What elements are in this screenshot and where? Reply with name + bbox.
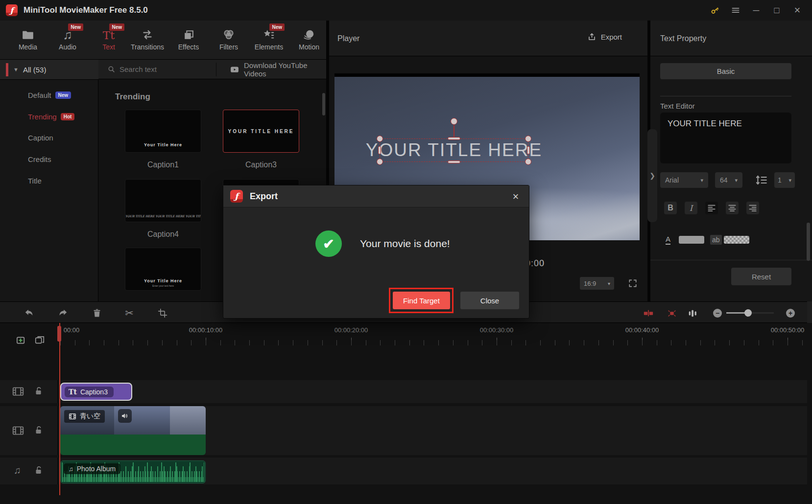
timeline-clip-caption[interactable]: Tt Caption3 xyxy=(60,383,132,401)
unlock-icon[interactable] xyxy=(33,465,44,476)
resize-handle-ne[interactable] xyxy=(525,136,531,142)
rotate-handle[interactable] xyxy=(451,118,457,125)
align-right-button[interactable] xyxy=(746,202,759,214)
sidebar-item-title[interactable]: Title xyxy=(0,173,98,188)
font-family-dropdown[interactable]: Arial▾ xyxy=(660,172,708,188)
text-editor-input[interactable]: YOUR TITLE HERE xyxy=(660,113,791,163)
playhead-handle[interactable] xyxy=(57,326,61,342)
timeline-clip-audio[interactable]: ♫ Photo Album xyxy=(60,460,206,483)
resize-handle-w[interactable] xyxy=(378,146,381,155)
resize-handle-sw[interactable] xyxy=(377,159,383,165)
mute-speaker-icon[interactable] xyxy=(118,409,132,423)
nav-elements[interactable]: New Elements xyxy=(249,24,288,56)
rotate-handle-stem xyxy=(454,125,454,138)
close-icon[interactable]: × xyxy=(789,3,805,18)
duplicate-track-icon[interactable] xyxy=(34,335,46,346)
template-card-caption4[interactable]: YOUR TITLE HERE YOUR TITLE HERE YOUR TIT… xyxy=(125,179,201,222)
library-scrollbar[interactable] xyxy=(322,93,325,115)
ruler-label: 00:00:10:00 xyxy=(189,326,223,334)
align-center-button[interactable] xyxy=(726,202,739,214)
audio-level-icon[interactable] xyxy=(687,307,698,319)
zoom-slider-handle[interactable] xyxy=(744,309,752,317)
find-target-button[interactable]: Find Target xyxy=(393,292,450,309)
italic-button[interactable]: I xyxy=(685,202,697,214)
export-upload-icon xyxy=(587,32,597,42)
tab-basic[interactable]: Basic xyxy=(660,63,791,79)
video-overlay-text[interactable]: YOUR TITLE HERE xyxy=(366,140,542,160)
success-check-icon: ✔ xyxy=(315,230,342,257)
template-card-caption3[interactable]: YOUR TITLE HERE xyxy=(223,110,299,153)
effect-track-icon[interactable] xyxy=(666,307,678,319)
unlock-icon[interactable] xyxy=(33,386,44,396)
highlight-color-swatch[interactable] xyxy=(724,236,749,244)
player-header: Player Export xyxy=(329,21,647,56)
music-note-icon: ♫ xyxy=(69,465,73,473)
nav-text[interactable]: New Tt Text xyxy=(89,24,128,56)
undo-icon[interactable] xyxy=(24,307,35,319)
nav-media[interactable]: Media xyxy=(8,24,48,56)
caption-track-icon[interactable] xyxy=(643,307,654,319)
nav-motion[interactable]: Motion xyxy=(289,24,329,56)
add-clip-icon[interactable] xyxy=(16,335,27,346)
maximize-icon[interactable]: □ xyxy=(769,3,785,18)
zoom-in-icon[interactable]: + xyxy=(785,307,796,319)
nav-audio[interactable]: New ♫ Audio xyxy=(48,24,87,56)
reset-button[interactable]: Reset xyxy=(731,268,791,285)
export-button[interactable]: Export xyxy=(587,32,622,42)
text-selection-box[interactable]: YOUR TITLE HERE xyxy=(380,138,528,162)
sidebar-item-default[interactable]: Default New xyxy=(0,88,98,102)
app-window: ƒ MiniTool MovieMaker Free 8.5.0 ─ □ × M… xyxy=(0,0,812,504)
panel-scrollbar[interactable] xyxy=(807,223,810,261)
redo-icon[interactable] xyxy=(57,307,69,319)
aspect-ratio-dropdown[interactable]: 16:9 ▾ xyxy=(580,277,614,290)
bold-button[interactable]: B xyxy=(664,202,677,214)
media-type-toolbar: Media New ♫ Audio New Tt Text Transition… xyxy=(0,21,326,60)
resize-handle-se[interactable] xyxy=(525,159,531,165)
align-left-button[interactable] xyxy=(705,202,718,214)
nav-effects[interactable]: Effects xyxy=(169,24,208,56)
font-color-swatch[interactable] xyxy=(679,236,704,244)
zoom-out-icon[interactable]: − xyxy=(712,307,723,319)
sidebar-item-trending[interactable]: Trending Hot xyxy=(0,109,98,124)
timeline-clip-video[interactable]: 青い空 xyxy=(60,406,206,455)
resize-handle-e[interactable] xyxy=(527,146,530,155)
new-badge: New xyxy=(55,92,72,99)
delete-icon[interactable] xyxy=(91,307,103,319)
film-icon xyxy=(69,412,76,420)
font-color-icon: A xyxy=(666,235,670,245)
line-spacing-dropdown[interactable]: 1▾ xyxy=(774,172,795,188)
search-input[interactable]: Search text xyxy=(107,65,157,73)
hot-badge: Hot xyxy=(61,113,75,120)
template-card-caption1[interactable]: Your Title Here xyxy=(125,110,201,153)
active-category-bar xyxy=(6,63,8,76)
resize-handle-nw[interactable] xyxy=(377,136,383,142)
sidebar-item-caption[interactable]: Caption xyxy=(0,130,98,145)
playhead[interactable] xyxy=(59,323,60,495)
film-track-icon xyxy=(12,424,24,437)
menu-icon[interactable] xyxy=(728,3,743,18)
sidebar-item-credits[interactable]: Credits xyxy=(0,152,98,166)
license-key-icon[interactable] xyxy=(707,3,723,18)
unlock-icon[interactable] xyxy=(33,425,44,435)
fullscreen-icon[interactable] xyxy=(628,278,638,288)
resize-handle-n[interactable] xyxy=(448,137,460,140)
template-card[interactable]: Your Title Here Enter your text here xyxy=(125,248,201,291)
nav-transitions[interactable]: Transitions xyxy=(128,24,167,56)
crop-icon[interactable] xyxy=(157,307,168,319)
minimize-icon[interactable]: ─ xyxy=(748,3,764,18)
nav-filters[interactable]: Filters xyxy=(209,24,248,56)
resize-handle-s[interactable] xyxy=(448,160,460,163)
dialog-close-icon[interactable]: × xyxy=(509,190,522,203)
search-placeholder: Search text xyxy=(119,65,157,73)
dialog-title: Export xyxy=(250,191,278,202)
panel-collapse-handle[interactable]: ❯ xyxy=(647,129,657,222)
download-youtube-button[interactable]: Download YouTube Videos xyxy=(230,61,326,78)
chevron-right-icon: ❯ xyxy=(649,172,655,180)
font-size-dropdown[interactable]: 64▾ xyxy=(715,172,742,188)
dialog-close-button[interactable]: Close xyxy=(460,292,519,309)
sidebar-item-all[interactable]: ▼ All (53) xyxy=(0,60,98,80)
split-scissors-icon[interactable]: ✂ xyxy=(123,307,135,319)
timeline-zoom-slider[interactable] xyxy=(726,312,774,314)
new-badge: New xyxy=(68,23,83,31)
chevron-down-icon: ▾ xyxy=(700,177,703,183)
